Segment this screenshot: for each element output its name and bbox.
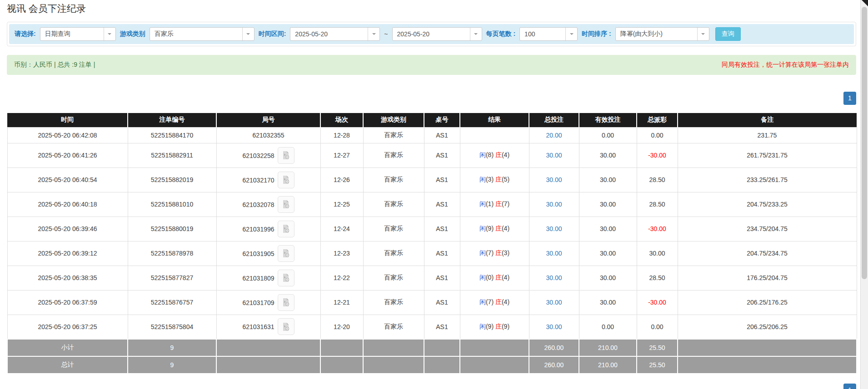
cell-valid-bet: 0.00 [579,315,637,339]
cell-table-no: AS1 [424,192,460,217]
cell-time: 2025-05-20 06:40:18 [7,192,128,217]
banker-result-label: 庄 [495,225,502,232]
video-playback-button[interactable] [278,221,294,237]
cell-session: 12-20 [320,315,363,339]
summary-bar: 币别：人民币 | 总共 :9 注单 | 同局有效投注，统一计算在该局第一张注单内 [7,55,856,75]
cell-result: 闲(3) 庄(5) [460,167,529,192]
game-category-value: 百家乐 [150,30,242,38]
subtotal-row-cell: 210.00 [579,339,637,356]
cell-payout: 0.00 [637,315,678,339]
cell-result: 闲(9) 庄(9) [460,315,529,339]
video-playback-button[interactable] [278,147,294,164]
cell-remark: 231.75 [678,127,857,143]
video-file-icon [281,175,290,184]
round-no: 621032170 [242,176,274,183]
player-result-label: 闲 [479,176,486,183]
cell-remark: 206.25/206.25 [678,315,857,339]
video-playback-button[interactable] [278,196,294,213]
video-playback-button[interactable] [278,245,294,262]
video-file-icon [281,151,290,160]
scrollbar-thumb[interactable] [862,7,867,279]
cell-round-no: 621031709 [216,290,320,315]
select-type-dropdown[interactable]: 日期查询 [40,27,116,41]
table-row: 2025-05-20 06:42:08522515884170621032355… [7,127,857,143]
cell-round-no: 621031996 [216,217,320,241]
table-row: 2025-05-20 06:39:12522515878978621031905… [7,241,857,266]
round-no: 621031996 [242,225,274,232]
page-1-button[interactable]: 1 [843,92,856,105]
page-size-dropdown[interactable]: 100 [519,27,578,41]
grand-total-row-cell [460,356,529,374]
subtotal-row-cell: 260.00 [529,339,579,356]
video-playback-button[interactable] [278,294,294,311]
cell-valid-bet: 30.00 [579,217,637,241]
column-header: 场次 [320,113,363,127]
video-playback-button[interactable] [278,172,294,188]
cell-session: 12-27 [320,143,363,167]
cell-valid-bet: 30.00 [579,167,637,192]
cell-table-no: AS1 [424,315,460,339]
column-header: 有效投注 [579,113,637,127]
chevron-down-icon [242,28,254,40]
date-from-input[interactable]: 2025-05-20 [290,27,380,41]
table-row: 2025-05-20 06:38:35522515877827621031809… [7,266,857,290]
pagination-bottom: 1 [7,384,856,389]
grand-total-row-cell: 25.50 [637,356,678,374]
banker-result-label: 庄 [495,200,502,207]
vertical-scrollbar[interactable] [860,0,868,389]
table-row: 2025-05-20 06:39:46522515880019621031996… [7,217,857,241]
round-no: 621032258 [242,152,274,159]
cell-total-bet: 30.00 [529,167,579,192]
cell-round-no: 621032078 [216,192,320,217]
date-to-input[interactable]: 2025-05-20 [392,27,482,41]
subtotal-row-cell [424,339,460,356]
date-from-value: 2025-05-20 [290,30,368,38]
cell-game-category: 百家乐 [363,241,424,266]
cell-bet-id: 522515884170 [128,127,216,143]
page-1-button[interactable]: 1 [843,384,856,389]
column-header: 注单编号 [128,113,216,127]
subtotal-row-cell: 9 [128,339,216,356]
video-file-icon [281,273,290,282]
banker-result-label: 庄 [495,323,502,330]
player-result-label: 闲 [479,274,486,281]
cell-time: 2025-05-20 06:39:46 [7,217,128,241]
player-result-label: 闲 [479,225,486,232]
cell-session: 12-22 [320,266,363,290]
filter-panel: 请选择: 日期查询 游戏类别 百家乐 时间区间: 2025-05-20 ~ 20… [7,22,856,46]
table-header-row: 时间注单编号局号场次游戏类别桌号结果总投注有效投注总派彩备注 [7,113,857,127]
cell-total-bet: 30.00 [529,266,579,290]
table-row: 2025-05-20 06:40:18522515881010621032078… [7,192,857,217]
cell-round-no: 621032355 [216,127,320,143]
video-playback-button[interactable] [278,318,294,335]
subtotal-row-cell [460,339,529,356]
grand-total-row: 总计9260.00210.0025.50 [7,356,857,374]
video-playback-button[interactable] [278,270,294,286]
cell-result: 闲(9) 庄(4) [460,217,529,241]
cell-valid-bet: 30.00 [579,290,637,315]
cell-result: 闲(8) 庄(4) [460,143,529,167]
pagination-top: 1 [7,92,856,105]
column-header: 总派彩 [637,113,678,127]
betting-records-table: 时间注单编号局号场次游戏类别桌号结果总投注有效投注总派彩备注 2025-05-2… [7,113,857,374]
cell-table-no: AS1 [424,290,460,315]
cell-valid-bet: 30.00 [579,143,637,167]
cell-payout: -30.00 [637,290,678,315]
cell-time: 2025-05-20 06:39:12 [7,241,128,266]
video-file-icon [281,298,290,307]
column-header: 结果 [460,113,529,127]
cell-session: 12-24 [320,217,363,241]
time-range-label: 时间区间: [259,30,286,38]
cell-valid-bet: 30.00 [579,192,637,217]
cell-result [460,127,529,143]
column-header: 游戏类别 [363,113,424,127]
game-category-dropdown[interactable]: 百家乐 [150,27,254,41]
cell-bet-id: 522515876757 [128,290,216,315]
cell-remark: 234.75/204.75 [678,217,857,241]
subtotal-row-cell [320,339,363,356]
search-button[interactable]: 查询 [715,27,741,41]
cell-result: 闲(1) 庄(7) [460,192,529,217]
time-sort-dropdown[interactable]: 降幂(由大到小) [615,27,709,41]
cell-game-category: 百家乐 [363,290,424,315]
cell-bet-id: 522515877827 [128,266,216,290]
